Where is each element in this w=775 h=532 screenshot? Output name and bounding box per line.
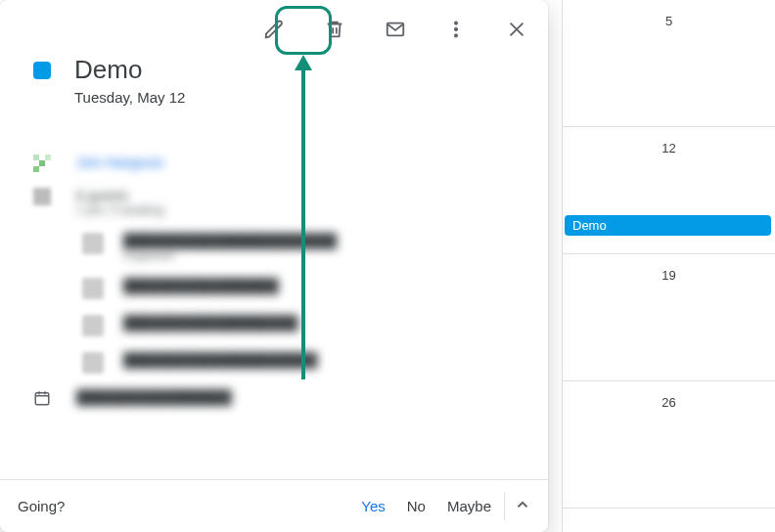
close-icon (506, 19, 527, 44)
svg-point-1 (454, 22, 457, 24)
rsvp-bar: Going? Yes No Maybe (0, 479, 548, 532)
hangouts-row[interactable]: Join Hangouts (33, 147, 524, 180)
annotation-highlight (275, 6, 332, 55)
calendar-icon (33, 394, 51, 410)
rsvp-prompt: Going? (18, 498, 65, 514)
calendar-date: 12 (661, 141, 675, 155)
event-date: Tuesday, May 12 (74, 89, 185, 106)
annotation-arrow-line (301, 68, 305, 379)
calendar-date: 5 (665, 14, 672, 28)
rsvp-no-button[interactable]: No (407, 498, 426, 514)
close-button[interactable] (497, 12, 536, 51)
calendar-date: 19 (661, 268, 675, 283)
calendar-name: ████████████████ (76, 389, 232, 405)
svg-rect-4 (35, 393, 49, 405)
event-title: Demo (74, 55, 185, 85)
kebab-icon (445, 19, 467, 44)
avatar (82, 233, 104, 254)
rsvp-maybe-button[interactable]: Maybe (447, 498, 491, 514)
chevron-up-icon (514, 496, 531, 516)
avatar (82, 315, 104, 336)
svg-point-3 (454, 34, 457, 37)
calendar-event-chip[interactable]: Demo (565, 215, 771, 236)
calendar-day-cell[interactable]: 19 (563, 254, 775, 381)
event-color-chip (33, 62, 51, 79)
calendar-day-cell[interactable]: 26 (563, 381, 775, 509)
guest-name: ████████████████████ (123, 352, 317, 368)
rsvp-options-button[interactable] (507, 491, 538, 522)
calendar-date: 26 (661, 395, 675, 410)
rsvp-yes-button[interactable]: Yes (361, 498, 385, 514)
guest-count: 6 guests (76, 188, 163, 203)
calendar-day-cell[interactable]: 5 (563, 0, 775, 127)
calendar-day-cell[interactable]: 12 Demo (563, 127, 775, 254)
email-guests-button[interactable] (376, 12, 415, 51)
envelope-icon (385, 19, 406, 44)
hangouts-icon (33, 155, 51, 172)
svg-point-2 (454, 27, 457, 30)
event-details: Join Hangouts 6 guests 1 yes, 5 awaiting… (33, 147, 524, 418)
guest-name: ████████████████ (123, 278, 279, 293)
options-button[interactable] (436, 12, 476, 51)
people-icon (33, 188, 51, 205)
hangouts-link: Join Hangouts (76, 155, 164, 170)
avatar (82, 352, 104, 374)
calendar-grid: 5 12 Demo 19 26 (562, 0, 775, 532)
event-popover: Demo Tuesday, May 12 Join Hangouts 6 gue… (0, 0, 548, 532)
divider (504, 492, 505, 520)
calendar-name-row: ████████████████ (33, 381, 524, 418)
guest-status: 1 yes, 5 awaiting (76, 203, 163, 217)
guest-summary-row[interactable]: 6 guests 1 yes, 5 awaiting (33, 180, 524, 225)
guest-name: ██████████████████ (123, 315, 298, 331)
avatar (82, 278, 104, 299)
